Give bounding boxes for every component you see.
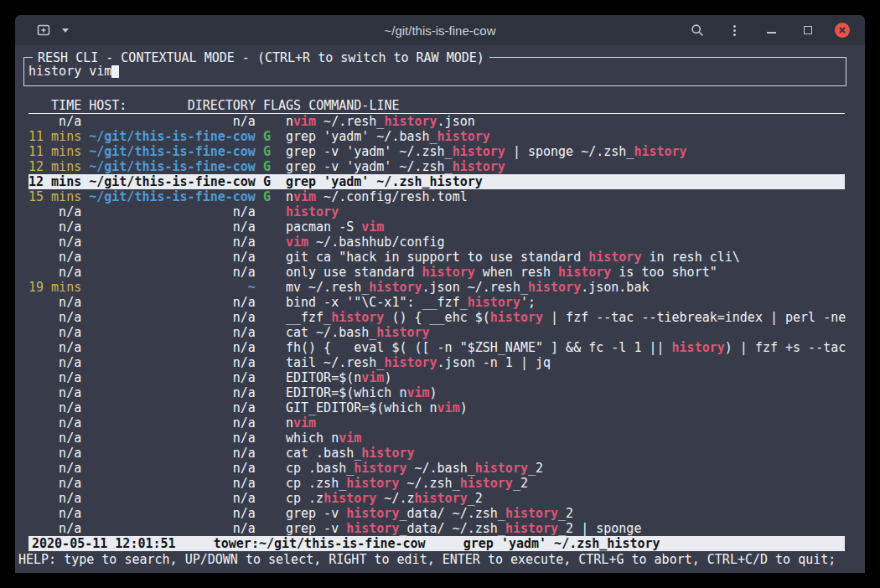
row-command: grep 'yadm' ~/.zsh_history — [286, 174, 483, 189]
history-row[interactable]: n/an/acp .zsh_history ~/.zsh_history_2 — [28, 476, 845, 491]
row-host: n/a — [89, 415, 256, 431]
search-match: vim — [293, 114, 316, 129]
search-match: vim — [293, 189, 316, 204]
minimize-button[interactable] — [761, 19, 781, 41]
row-flags — [263, 310, 278, 325]
titlebar[interactable]: ~/git/this-is-fine-cow — [15, 15, 865, 45]
row-time: 12 mins — [28, 159, 81, 174]
new-terminal-dropdown-button[interactable] — [55, 19, 75, 41]
history-row[interactable]: n/an/afh() { eval $( ([ -n "$ZSH_NAME" ]… — [28, 340, 845, 355]
search-match: history — [354, 461, 406, 476]
row-command: grep -v 'yadm' ~/.zsh_history | sponge ~… — [286, 144, 687, 159]
row-flags — [263, 235, 278, 250]
table-header: TIME HOST: DIRECTORY FLAGS COMMAND-LINE — [28, 98, 845, 114]
search-match: history — [475, 461, 528, 476]
row-host: ~/git/this-is-fine-cow — [89, 129, 256, 144]
row-flags — [263, 250, 278, 265]
row-host: n/a — [89, 235, 256, 250]
history-row[interactable]: n/an/aEDITOR=$(which nvim) — [28, 385, 845, 400]
status-command: grep 'yadm' ~/.zsh_history — [463, 536, 660, 551]
row-command: cat ~/.bash_history — [286, 325, 430, 340]
row-host: n/a — [89, 219, 256, 235]
row-host: n/a — [89, 340, 256, 355]
row-flags — [263, 265, 278, 280]
row-flags — [263, 280, 278, 295]
row-time: 15 mins — [28, 189, 81, 204]
search-button[interactable] — [687, 19, 707, 41]
terminal-content: RESH CLI - CONTEXTUAL MODE - (CTRL+R to … — [15, 45, 865, 573]
text-cursor — [111, 64, 119, 78]
history-row[interactable]: 19 mins~mv ~/.resh_history.json ~/.resh_… — [28, 280, 845, 295]
row-host: n/a — [89, 250, 256, 265]
search-box[interactable]: RESH CLI - CONTEXTUAL MODE - (CTRL+R to … — [23, 57, 846, 86]
history-row[interactable]: n/an/ahistory — [28, 204, 845, 219]
row-host: n/a — [89, 310, 256, 325]
row-command: which nvim — [286, 431, 361, 446]
history-row[interactable]: n/an/avim ~/.bashhub/config — [28, 235, 845, 250]
search-match: history — [528, 280, 581, 295]
history-row[interactable]: 12 mins~/git/this-is-fine-cowGgrep -v 'y… — [28, 159, 845, 174]
history-row[interactable]: n/an/acp .bash_history ~/.bash_history_2 — [28, 461, 845, 476]
row-host: n/a — [89, 506, 256, 521]
history-row[interactable]: n/an/awhich nvim — [28, 431, 845, 446]
row-time: 11 mins — [28, 129, 81, 144]
history-row[interactable]: n/an/anvim — [28, 415, 845, 431]
history-row[interactable]: 11 mins~/git/this-is-fine-cowGgrep 'yadm… — [28, 129, 845, 144]
menu-button[interactable] — [724, 19, 744, 41]
new-terminal-button[interactable] — [34, 19, 54, 41]
search-match: history — [505, 506, 558, 521]
row-flags: G — [263, 144, 278, 159]
history-row[interactable]: n/an/apacman -S vim — [28, 219, 845, 235]
history-row[interactable]: n/an/acat ~/.bash_history — [28, 325, 845, 340]
row-command: tail ~/.resh_history.json -n 1 | jq — [286, 355, 551, 370]
history-row[interactable]: n/an/acp .zhistory ~/.zhistory_2 — [28, 491, 845, 506]
history-row[interactable]: n/an/agit ca "hack in support to use sta… — [28, 250, 845, 265]
row-flags — [263, 446, 278, 461]
row-time: n/a — [28, 461, 81, 476]
row-host: n/a — [89, 204, 256, 219]
history-rows: n/an/anvim ~/.resh_history.json11 mins~/… — [28, 114, 845, 536]
history-row[interactable]: n/an/agrep -v history_data/ ~/.zsh_histo… — [28, 506, 845, 521]
row-flags — [263, 461, 278, 476]
row-flags — [263, 521, 278, 536]
row-time: n/a — [28, 521, 81, 536]
search-match: history — [453, 159, 505, 174]
history-row[interactable]: n/an/aonly use standard history when res… — [28, 265, 845, 280]
row-flags — [263, 295, 278, 310]
history-row-selected[interactable]: 12 mins~/git/this-is-fine-cowGgrep 'yadm… — [28, 174, 845, 189]
row-host: n/a — [89, 446, 256, 461]
row-command: history — [286, 204, 339, 219]
history-row[interactable]: n/an/acat .bash_history — [28, 446, 845, 461]
search-match: history — [361, 446, 414, 461]
history-row[interactable]: 15 mins~/git/this-is-fine-cowGnvim ~/.co… — [28, 189, 845, 204]
close-button[interactable] — [835, 23, 850, 38]
mode-title: RESH CLI - CONTEXTUAL MODE - (CTRL+R to … — [33, 50, 489, 65]
row-time: n/a — [28, 446, 81, 461]
row-command: cp .zhistory ~/.zhistory_2 — [286, 491, 483, 506]
history-row[interactable]: n/an/atail ~/.resh_history.json -n 1 | j… — [28, 355, 845, 370]
row-command: cat .bash_history — [286, 446, 415, 461]
history-row[interactable]: n/an/abind -x '"\C-x1": __fzf_history'; — [28, 295, 845, 310]
history-row[interactable]: n/an/anvim ~/.resh_history.json — [28, 114, 845, 129]
search-match: history — [437, 129, 490, 144]
row-time: n/a — [28, 265, 81, 280]
search-match: history — [422, 265, 475, 280]
search-match: history — [430, 174, 483, 189]
search-match: vim — [406, 385, 429, 400]
search-match: history — [505, 521, 558, 536]
row-host: ~/git/this-is-fine-cow — [89, 189, 256, 204]
history-row[interactable]: n/an/agrep -v history_data/ ~/.zsh_histo… — [28, 521, 845, 536]
close-x-icon — [838, 26, 846, 34]
history-row[interactable]: n/an/aEDITOR=$(nvim) — [28, 370, 845, 385]
row-host: n/a — [89, 461, 256, 476]
history-row[interactable]: n/an/aGIT_EDITOR=$(which nvim) — [28, 400, 845, 415]
row-flags — [263, 204, 278, 219]
row-flags — [263, 114, 278, 129]
row-command: EDITOR=$(nvim) — [286, 370, 391, 385]
history-row[interactable]: 11 mins~/git/this-is-fine-cowGgrep -v 'y… — [28, 144, 845, 159]
search-match: history — [490, 310, 543, 325]
row-time: n/a — [28, 340, 81, 355]
row-command: cp .bash_history ~/.bash_history_2 — [286, 461, 543, 476]
restore-button[interactable] — [798, 19, 818, 41]
history-row[interactable]: n/an/a__fzf_history () { __ehc $(history… — [28, 310, 845, 325]
